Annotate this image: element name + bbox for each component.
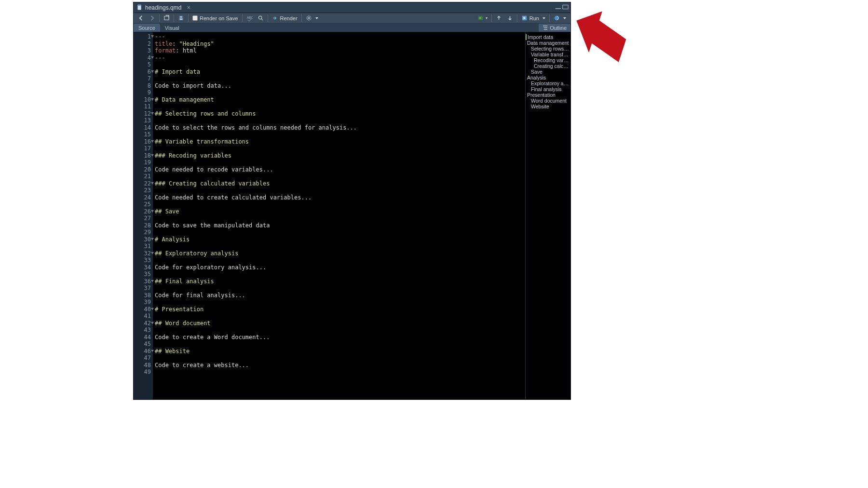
code-line[interactable]: Code for final analysis... [155, 292, 525, 299]
code-line[interactable]: ## Save [155, 208, 525, 215]
code-line[interactable] [155, 187, 525, 194]
outline-item[interactable]: Final analysis [527, 86, 569, 92]
render-on-save-toggle[interactable]: Render on Save [190, 14, 241, 23]
code-line[interactable] [155, 159, 525, 166]
code-line[interactable]: Code needed to create calculated variabl… [155, 194, 525, 201]
go-prev-chunk-button[interactable] [493, 14, 504, 23]
code-line[interactable]: ## Variable transformations [155, 138, 525, 145]
code-line[interactable]: # Analysis [155, 236, 525, 243]
code-line[interactable] [155, 145, 525, 152]
nav-forward-button[interactable] [147, 14, 158, 23]
nav-back-button[interactable] [136, 14, 147, 23]
visual-mode-button[interactable]: Visual [160, 24, 184, 32]
render-on-save-checkbox[interactable] [192, 15, 198, 21]
outline-toggle-button[interactable]: Outline [539, 24, 570, 32]
code-line[interactable]: ## Exploratoroy analysis [155, 250, 525, 257]
code-line[interactable] [155, 229, 525, 236]
fold-icon[interactable] [151, 322, 154, 324]
code-line[interactable]: --- [155, 33, 525, 40]
outline-item[interactable]: Analysis [527, 75, 569, 80]
outline-item[interactable]: Recoding varia… [527, 57, 569, 63]
go-next-chunk-button[interactable] [504, 14, 515, 23]
code-line[interactable] [155, 89, 525, 96]
code-line[interactable] [155, 103, 525, 110]
code-line[interactable] [155, 173, 525, 180]
code-line[interactable] [155, 257, 525, 264]
code-line[interactable] [155, 75, 525, 82]
outline-item[interactable]: Import data [526, 34, 569, 40]
code-line[interactable]: # Data management [155, 96, 525, 104]
code-line[interactable] [155, 299, 525, 306]
outline-item[interactable]: Presentation [527, 92, 569, 98]
minimize-pane-icon[interactable] [555, 4, 561, 11]
code-line[interactable]: # Import data [155, 68, 525, 76]
code-line[interactable]: Code to create a Word document... [155, 334, 525, 341]
code-line[interactable]: # Presentation [155, 306, 525, 313]
code-line[interactable] [155, 61, 525, 68]
code-line[interactable] [155, 327, 525, 334]
spellcheck-button[interactable]: ABC [244, 14, 255, 23]
code-line[interactable]: ## Website [155, 348, 525, 355]
close-tab-icon[interactable]: × [186, 4, 191, 11]
code-line[interactable]: Code to create a website... [155, 362, 525, 369]
find-button[interactable] [255, 14, 266, 23]
maximize-pane-icon[interactable] [562, 4, 569, 11]
code-line[interactable]: Code to select the rows and columns need… [155, 124, 525, 132]
file-tab[interactable]: headings.qmd × [134, 2, 195, 13]
code-area[interactable]: ---title: "Headings"format: html---# Imp… [153, 32, 525, 399]
outline-item[interactable]: Data management [527, 40, 569, 46]
outline-item[interactable]: Creating calcul… [527, 63, 569, 69]
render-button[interactable]: Render [270, 14, 300, 23]
code-line[interactable]: ### Creating calculated variables [155, 180, 525, 187]
publish-button[interactable] [551, 14, 569, 23]
insert-chunk-button[interactable]: + ▾ [475, 14, 490, 23]
code-line[interactable] [155, 369, 525, 376]
code-line[interactable]: ### Recoding variables [155, 152, 525, 159]
fold-icon[interactable] [151, 280, 154, 282]
code-line[interactable]: Code needed to recode variables... [155, 166, 525, 173]
outline-item[interactable]: Selecting rows … [527, 46, 569, 52]
code-line[interactable] [155, 341, 525, 348]
outline-item[interactable]: Variable transfor… [527, 52, 569, 57]
run-button[interactable]: Run [519, 14, 548, 23]
source-mode-button[interactable]: Source [134, 24, 160, 32]
code-line[interactable]: format: html [155, 47, 525, 54]
code-line[interactable]: ## Selecting rows and columns [155, 110, 525, 118]
code-line[interactable] [155, 313, 525, 320]
save-button[interactable] [176, 14, 187, 23]
code-line[interactable] [155, 215, 525, 222]
fold-icon[interactable] [151, 70, 154, 73]
outline-item[interactable]: Word document [527, 98, 569, 104]
fold-icon[interactable] [151, 210, 154, 212]
code-line[interactable]: title: "Headings" [155, 40, 525, 48]
fold-icon[interactable] [151, 140, 154, 143]
show-in-new-window-button[interactable] [161, 14, 172, 23]
code-line[interactable] [155, 131, 525, 138]
fold-icon[interactable] [151, 112, 154, 115]
fold-icon[interactable] [151, 154, 154, 157]
code-line[interactable]: ## Final analysis [155, 278, 525, 285]
code-line[interactable]: Code to import data... [155, 82, 525, 90]
fold-icon[interactable] [151, 35, 154, 38]
document-options-button[interactable] [303, 14, 321, 23]
fold-icon[interactable] [151, 238, 154, 240]
code-line[interactable]: ## Word document [155, 320, 525, 327]
code-line[interactable] [155, 117, 525, 124]
fold-icon[interactable] [151, 56, 154, 59]
code-line[interactable] [155, 285, 525, 292]
code-line[interactable]: Code to save the manipulated data [155, 222, 525, 229]
code-line[interactable] [155, 201, 525, 208]
code-line[interactable]: Code for exploratory analysis... [155, 264, 525, 271]
fold-icon[interactable] [151, 252, 154, 254]
fold-icon[interactable] [151, 182, 154, 185]
code-line[interactable] [155, 243, 525, 250]
outline-item[interactable]: Save [527, 69, 569, 75]
fold-icon[interactable] [151, 308, 154, 310]
code-line[interactable] [155, 271, 525, 278]
outline-item[interactable]: Exploratoroy an… [527, 80, 569, 86]
fold-icon[interactable] [151, 98, 154, 101]
code-line[interactable]: --- [155, 54, 525, 62]
code-line[interactable] [155, 355, 525, 362]
outline-item[interactable]: Website [527, 104, 569, 109]
fold-icon[interactable] [151, 350, 154, 352]
